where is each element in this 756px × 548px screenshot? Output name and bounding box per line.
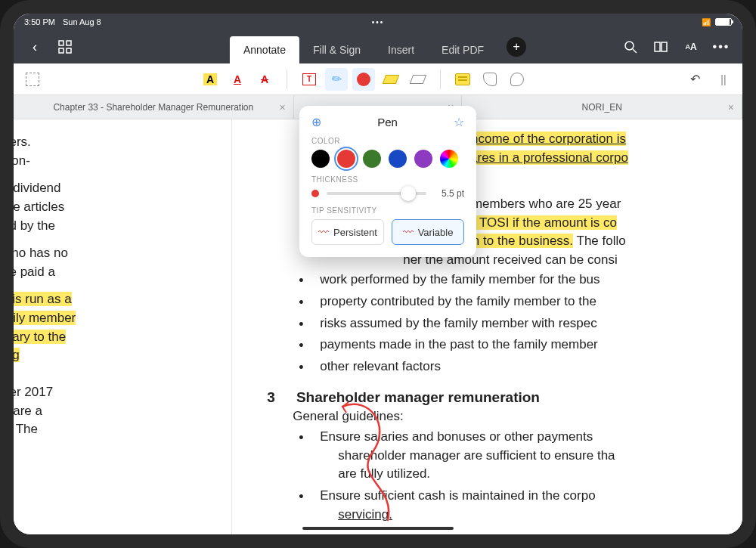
textbox-tool-button[interactable]: T bbox=[298, 68, 321, 91]
color-blue[interactable] bbox=[389, 150, 407, 168]
status-date: Sun Aug 8 bbox=[63, 17, 101, 26]
text-line: General guidelines: bbox=[267, 407, 742, 426]
wifi-icon bbox=[702, 17, 711, 26]
tip-persistent-button[interactable]: 〰 Persistent bbox=[311, 219, 384, 245]
shape-tool-button[interactable] bbox=[479, 68, 501, 91]
highlighter-eraser-button[interactable] bbox=[380, 68, 402, 91]
svg-line-5 bbox=[633, 49, 637, 53]
separator bbox=[287, 70, 287, 89]
thumbnails-button[interactable] bbox=[57, 39, 73, 54]
tip-persistent-icon: 〰 bbox=[318, 226, 329, 238]
tip-variable-label: Variable bbox=[418, 227, 454, 238]
text-line: the articles bbox=[40, 198, 231, 217]
tab-annotate[interactable]: Annotate bbox=[230, 36, 299, 63]
bullet-list: work performed by the family member for … bbox=[267, 269, 742, 377]
left-document-pane[interactable]: bers. sion- a dividend the articles ed b… bbox=[14, 119, 232, 534]
thickness-value: 5.5 pt bbox=[434, 188, 464, 199]
tip-variable-icon: 〰 bbox=[403, 226, 414, 238]
annotation-ribbon: A A A T ✎ ↶ || bbox=[14, 63, 742, 95]
color-black[interactable] bbox=[311, 150, 330, 168]
text-line: bers. bbox=[40, 133, 231, 152]
text-line: a dividend bbox=[40, 179, 231, 198]
popover-zoom-icon[interactable]: ⊕ bbox=[311, 115, 321, 129]
popover-favorite-icon[interactable]: ☆ bbox=[454, 115, 464, 129]
doc-tab-right-label: NORI_EN bbox=[582, 102, 622, 113]
text-line: alary to the bbox=[40, 328, 231, 347]
popover-title: Pen bbox=[377, 116, 398, 128]
eraser-button[interactable] bbox=[407, 68, 429, 91]
svg-rect-1 bbox=[67, 41, 71, 45]
doc-tab-close-icon[interactable]: × bbox=[279, 101, 285, 113]
pen-color-button[interactable] bbox=[352, 68, 375, 91]
svg-rect-2 bbox=[59, 48, 64, 53]
text-line: ber 2017 bbox=[40, 383, 231, 402]
undo-button[interactable]: ↶ bbox=[683, 68, 706, 91]
shape2-tool-button[interactable] bbox=[506, 68, 528, 91]
ipad-status-bar: 3:50 PM Sun Aug 8 ••• bbox=[14, 14, 742, 30]
bullet-list: Ensure salaries and bonuses or other pay… bbox=[267, 426, 742, 525]
strikethrough-tool-button[interactable]: A bbox=[253, 68, 276, 91]
separator bbox=[440, 70, 441, 89]
tab-edit-pdf[interactable]: Edit PDF bbox=[428, 36, 497, 63]
note-tool-button[interactable] bbox=[451, 68, 474, 91]
selection-tool-button[interactable] bbox=[21, 68, 44, 91]
color-label: COLOR bbox=[311, 137, 464, 145]
app-toolbar: ‹ Annotate Fill & Sign Insert Edit PDF + bbox=[14, 30, 742, 63]
text-line: sion- bbox=[40, 152, 231, 171]
text-settings-button[interactable]: AA bbox=[683, 39, 699, 54]
color-swatch-row bbox=[311, 150, 464, 168]
text-line: mily member bbox=[40, 309, 231, 328]
thickness-label: THICKNESS bbox=[311, 175, 464, 184]
text-line: ing bbox=[40, 346, 231, 365]
doc-tab-close-icon[interactable]: × bbox=[728, 101, 734, 113]
list-item: Ensure salaries and bonuses or other pay… bbox=[320, 426, 742, 485]
tip-persistent-label: Persistent bbox=[333, 227, 377, 238]
list-item: work performed by the family member for … bbox=[320, 269, 742, 291]
thickness-preview-icon bbox=[311, 190, 319, 197]
tab-insert[interactable]: Insert bbox=[374, 36, 428, 63]
tab-fillsign-label: Fill & Sign bbox=[313, 44, 361, 56]
doc-tab-left[interactable]: Chapter 33 - Shareholder Manager Remuner… bbox=[14, 95, 294, 119]
tip-variable-button[interactable]: 〰 Variable bbox=[392, 219, 464, 245]
close-ribbon-button[interactable]: || bbox=[712, 68, 735, 91]
tab-insert-label: Insert bbox=[388, 44, 414, 56]
search-button[interactable] bbox=[623, 39, 638, 54]
back-button[interactable]: ‹ bbox=[27, 39, 42, 54]
more-button[interactable]: ••• bbox=[714, 39, 729, 54]
text-line: who has no bbox=[40, 244, 231, 263]
color-purple[interactable] bbox=[414, 150, 432, 168]
list-item: Ensure sufficient cash is maintained in … bbox=[320, 485, 742, 525]
color-red[interactable] bbox=[337, 150, 355, 168]
tip-label: TIP SENSITIVITY bbox=[311, 206, 464, 215]
slider-thumb[interactable] bbox=[401, 186, 416, 201]
multitask-dots-icon[interactable]: ••• bbox=[372, 18, 385, 26]
doc-tab-right[interactable]: NORI_EN × bbox=[462, 95, 742, 119]
doc-tab-left-label: Chapter 33 - Shareholder Manager Remuner… bbox=[53, 102, 253, 113]
text-line: nt bbox=[40, 439, 231, 458]
text-line: be paid a bbox=[40, 263, 231, 282]
tab-fill-sign[interactable]: Fill & Sign bbox=[299, 36, 374, 63]
list-item: other relevant factors bbox=[320, 356, 742, 378]
add-tab-button[interactable]: + bbox=[507, 37, 526, 57]
text-line: s. The bbox=[40, 420, 231, 439]
list-item: payments made in the past to the family … bbox=[320, 334, 742, 356]
svg-rect-0 bbox=[59, 41, 64, 45]
section-heading: 3 Shareholder manager remuneration bbox=[267, 387, 742, 408]
tab-editpdf-label: Edit PDF bbox=[442, 44, 484, 56]
text-line: e are a bbox=[40, 402, 231, 421]
battery-icon bbox=[715, 18, 732, 26]
text-line: ed by the bbox=[40, 217, 231, 236]
pen-popover: ⊕ Pen ☆ COLOR THICKNESS 5.5 pt bbox=[299, 106, 476, 257]
svg-point-4 bbox=[625, 42, 634, 50]
svg-rect-3 bbox=[67, 48, 71, 53]
tab-annotate-label: Annotate bbox=[243, 44, 286, 56]
reader-button[interactable] bbox=[653, 39, 668, 54]
text-line: s is run as a bbox=[40, 290, 231, 309]
color-green[interactable] bbox=[363, 150, 381, 168]
thickness-slider[interactable] bbox=[327, 192, 426, 195]
underline-tool-button[interactable]: A bbox=[226, 68, 249, 91]
home-indicator[interactable] bbox=[302, 527, 454, 530]
marker-tool-button[interactable]: ✎ bbox=[325, 68, 348, 91]
color-picker-button[interactable] bbox=[440, 150, 458, 168]
highlight-tool-button[interactable]: A bbox=[199, 68, 222, 91]
